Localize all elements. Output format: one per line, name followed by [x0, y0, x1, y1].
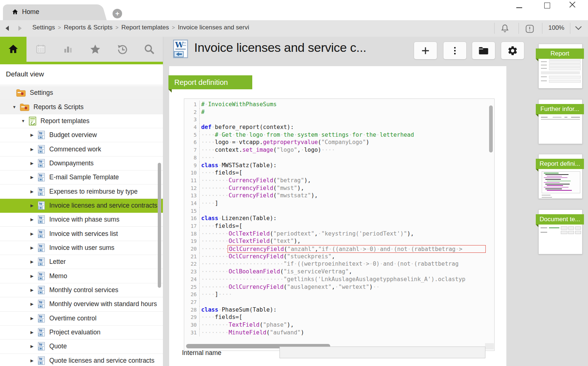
nav-home-tab[interactable] [0, 37, 26, 62]
chevron-down-icon[interactable] [574, 25, 582, 33]
zoom-level[interactable]: 100% [546, 24, 566, 32]
chevron-collapsed-icon[interactable]: ▶ [28, 316, 36, 321]
home-tab[interactable]: Home [3, 4, 96, 20]
tab-slant [83, 4, 107, 20]
section-ribbon: Report definition [168, 75, 252, 89]
tree-item[interactable]: ▶WLetter [0, 255, 163, 269]
chevron-collapsed-icon[interactable]: ▶ [28, 245, 36, 250]
breadcrumb-item[interactable]: Reports & Scripts [64, 24, 113, 31]
tree-item[interactable]: ▶WInvoice licenses and service contracts [0, 199, 163, 213]
tree-item[interactable]: ▶WMonthly overview with standard hours [0, 297, 163, 311]
svg-text:W: W [39, 272, 43, 276]
nav-active-underline [0, 62, 163, 64]
nav-favorites-button[interactable] [89, 43, 101, 57]
breadcrumb-item[interactable]: Invoice licenses and servi [178, 24, 249, 31]
chevron-collapsed-icon[interactable]: ▶ [28, 259, 36, 264]
thumbnail-ribbon-label[interactable]: Document te... [536, 214, 584, 225]
code-line: 11········CurrencyField("betrag"), [184, 177, 486, 184]
notifications-bell-icon[interactable] [500, 24, 510, 35]
tree-item[interactable]: ▼Report templates [0, 114, 163, 128]
chevron-collapsed-icon[interactable]: ▶ [28, 161, 36, 166]
chevron-collapsed-icon[interactable]: ▶ [28, 133, 36, 137]
tree-item[interactable]: ▶WInvoice with services list [0, 227, 163, 241]
chevron-collapsed-icon[interactable]: ▶ [28, 232, 36, 236]
breadcrumb: Settings>Reports & Scripts>Report templa… [29, 24, 252, 31]
close-button[interactable] [568, 0, 579, 11]
tree-item-label: Project evaluation [49, 329, 100, 336]
maximize-button[interactable] [542, 1, 552, 11]
code-line: 2# [184, 108, 486, 116]
chevron-collapsed-icon[interactable]: ▶ [28, 147, 36, 152]
chevron-collapsed-icon[interactable]: ▶ [28, 302, 36, 306]
breadcrumb-item[interactable]: Settings [32, 24, 55, 31]
tree-item[interactable]: ▶WExpenses to reimburse by type [0, 184, 163, 198]
chevron-collapsed-icon[interactable]: ▶ [28, 330, 36, 335]
word-doc-icon: W [38, 272, 45, 281]
chevron-expanded-icon[interactable]: ▼ [10, 105, 18, 109]
thumbnail-ribbon-label[interactable]: Further infor... [536, 104, 584, 114]
code-line: 28class·PhaseSum(Table): [184, 306, 486, 314]
chevron-collapsed-icon[interactable]: ▶ [28, 189, 36, 194]
tree-item[interactable]: ▶WOvertime control [0, 312, 163, 326]
tree-item-label: Budget overview [49, 131, 97, 139]
chevron-collapsed-icon[interactable]: ▶ [28, 344, 36, 349]
add-button[interactable] [414, 42, 437, 60]
tree-item[interactable]: ▶WQuote [0, 340, 163, 354]
chevron-collapsed-icon[interactable]: ▶ [28, 274, 36, 279]
new-tab-button[interactable]: + [113, 9, 122, 18]
code-line: 8···· [184, 154, 486, 162]
nav-calendar-button[interactable] [35, 43, 46, 56]
tree-scrollbar[interactable] [158, 163, 161, 288]
tree-item[interactable]: ▶WBudget overview [0, 128, 163, 142]
chevron-collapsed-icon[interactable]: ▶ [28, 175, 36, 180]
thumbnail-ribbon-label[interactable]: Report [536, 49, 584, 59]
nav-search-button[interactable] [143, 43, 155, 57]
breadcrumb-item[interactable]: Report templates [121, 24, 169, 31]
chevron-collapsed-icon[interactable]: ▶ [28, 288, 36, 293]
section-thumbnails: ReportFurther infor...Report defini...Do… [506, 37, 588, 366]
tree-item[interactable]: Settings [0, 86, 163, 100]
tree-item[interactable]: ▶WProject evaluation [0, 326, 163, 340]
chevron-collapsed-icon[interactable]: ▶ [28, 217, 36, 222]
tree-item[interactable]: ▶WInvoice with user sums [0, 241, 163, 255]
code-line: 16class·Lizenzen(Table): [184, 215, 486, 222]
svg-text:W: W [39, 216, 43, 220]
chevron-collapsed-icon[interactable]: ▶ [28, 358, 36, 363]
tree-item[interactable]: ▶WCommenced work [0, 142, 163, 156]
svg-text:W: W [39, 187, 43, 191]
nav-history-button[interactable] [116, 43, 129, 57]
minimize-button[interactable] [514, 3, 524, 12]
tree-item[interactable]: ▶WE-mail Sample Template [0, 171, 163, 184]
nav-chart-button[interactable] [63, 43, 74, 56]
svg-text:W: W [39, 159, 43, 163]
thumbnail-ribbon-label[interactable]: Report defini... [536, 159, 584, 169]
tree-item[interactable]: ▶WMemo [0, 269, 163, 283]
breadcrumb-separator: > [172, 25, 175, 30]
tree-item[interactable]: ▶WQuote licenses and service contracts [0, 354, 163, 366]
svg-text:W: W [39, 356, 43, 360]
internal-name-input[interactable] [279, 347, 485, 358]
code-line: 1#·InvoiceWithPhaseSums [184, 101, 486, 108]
code-line: 14····] [184, 200, 486, 207]
code-line: 10····fields=[ [184, 169, 486, 177]
tree-item[interactable]: ▶WDownpayments [0, 157, 163, 171]
code-editor[interactable]: 1#·InvoiceWithPhaseSums2#34def·before_re… [184, 98, 495, 351]
chevron-expanded-icon[interactable]: ▼ [19, 119, 27, 123]
word-doc-icon: W [38, 201, 45, 210]
folder-button[interactable] [472, 42, 495, 60]
back-arrow-icon[interactable] [4, 25, 10, 33]
forward-arrow-icon[interactable] [17, 25, 23, 33]
navigation-tree: Settings▼Reports & Scripts▼Report templa… [0, 86, 163, 366]
code-line: 22························"if·((wertproe… [184, 260, 486, 268]
breadcrumb-separator: > [58, 25, 61, 30]
tree-item[interactable]: ▶WInvoice with phase sums [0, 213, 163, 227]
tree-item[interactable]: ▶WMonthly control services [0, 283, 163, 297]
editor-vertical-scrollbar[interactable] [489, 105, 493, 152]
report-panel: Report definition 1#·InvoiceWithPhaseSum… [169, 66, 506, 366]
tree-item[interactable]: ▼Reports & Scripts [0, 100, 163, 114]
code-line: 9class·MWSTSatz(Table): [184, 162, 486, 169]
more-menu-button[interactable] [443, 42, 467, 60]
tree-item-label: Monthly control services [49, 286, 118, 294]
chevron-collapsed-icon[interactable]: ▶ [28, 203, 36, 208]
alert-icon[interactable] [525, 24, 534, 35]
